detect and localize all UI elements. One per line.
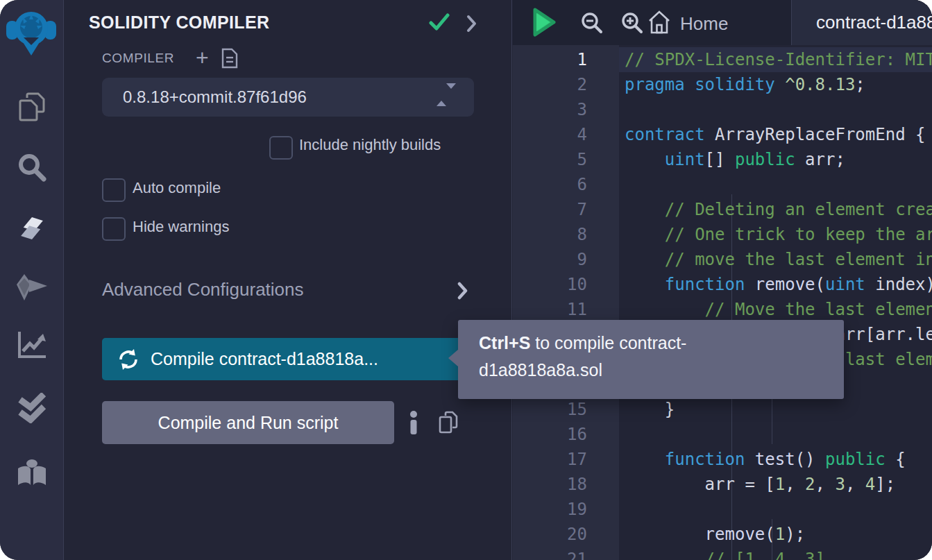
gutter-numbers: 123456789101112131415161718192021 — [513, 47, 619, 560]
info-icon[interactable] — [409, 411, 418, 437]
tooltip-line1: Ctrl+S to compile contract- — [479, 330, 844, 357]
sidebar-item-search[interactable] — [0, 149, 63, 188]
line-number: 3 — [513, 97, 619, 122]
zoom-in-icon[interactable] — [620, 11, 644, 37]
compiler-version-select[interactable]: 0.8.18+commit.87f61d96 — [102, 78, 474, 117]
code-editor: Home contract-d1a8818a8a.sol 12345678910… — [511, 0, 932, 560]
sidebar-item-solidity-compiler[interactable] — [0, 210, 63, 249]
code-lines: // SPDX-License-Identifier: MITpragma so… — [619, 47, 932, 560]
code-line: // [1, 4, 3] — [619, 547, 932, 560]
collapse-panel-chevron-icon[interactable] — [466, 15, 477, 35]
line-number: 20 — [513, 522, 619, 547]
editor-topbar: Home contract-d1a8818a8a.sol — [512, 0, 932, 45]
compile-and-run-label: Compile and Run script — [158, 413, 339, 433]
contract-tab-label: contract-d1a8818a8a.sol — [816, 12, 932, 33]
home-icon — [647, 10, 671, 37]
deploy-icon — [15, 273, 49, 305]
tooltip-arrow — [448, 349, 459, 367]
code-line: function remove(uint index) — [619, 272, 932, 297]
auto-compile-checkbox[interactable] — [102, 178, 126, 202]
line-number: 9 — [513, 247, 619, 272]
refresh-icon — [117, 348, 140, 371]
add-compiler-icon[interactable]: + — [196, 47, 209, 68]
hide-warnings-checkbox[interactable] — [102, 217, 126, 241]
advanced-chevron-icon — [457, 282, 468, 303]
code-line: uint[] public arr; — [619, 147, 932, 172]
nightly-builds-label: Include nightly builds — [299, 136, 441, 154]
code-line: // Move the last element — [619, 297, 932, 322]
code-line: } — [619, 397, 932, 422]
hide-warnings-label: Hide warnings — [133, 218, 229, 236]
book-icon — [16, 459, 48, 491]
sidebar-item-testing[interactable] — [0, 390, 63, 429]
copy-pages-icon — [17, 92, 47, 126]
document-icon[interactable] — [221, 47, 239, 72]
compile-shortcut-tooltip: Ctrl+S to compile contract- d1a8818a8a.s… — [458, 320, 844, 399]
code-line — [619, 497, 932, 522]
search-icon — [16, 151, 48, 186]
icon-sidebar — [0, 0, 64, 560]
panel-title: SOLIDITY COMPILER — [89, 12, 270, 33]
tooltip-text: to compile contract- — [530, 333, 686, 353]
nightly-builds-checkbox[interactable] — [269, 136, 293, 160]
advanced-configurations-toggle[interactable]: Advanced Configurations — [102, 279, 474, 300]
code-line: function test() public { — [619, 447, 932, 472]
remix-logo[interactable] — [6, 6, 57, 61]
code-line: pragma solidity ^0.8.13; — [619, 72, 932, 97]
line-number: 4 — [513, 122, 619, 147]
code-line: contract ArrayReplaceFromEnd { — [619, 122, 932, 147]
line-number: 5 — [513, 147, 619, 172]
code-line — [619, 172, 932, 197]
solidity-icon — [17, 213, 47, 246]
double-check-icon — [16, 393, 48, 426]
line-number: 7 — [513, 197, 619, 222]
tab-contract-file[interactable]: contract-d1a8818a8a.sol — [791, 0, 932, 45]
auto-compile-label: Auto compile — [133, 179, 221, 197]
line-number-gutter: 123456789101112131415161718192021 — [513, 45, 619, 560]
sidebar-item-file-explorer[interactable] — [0, 90, 63, 128]
code-line — [619, 422, 932, 447]
line-number: 1 — [513, 47, 619, 72]
compile-and-run-button[interactable]: Compile and Run script — [102, 401, 394, 444]
compile-success-check-icon — [429, 12, 450, 35]
tooltip-line2: d1a8818a8a.sol — [479, 357, 844, 384]
chart-icon — [17, 330, 47, 362]
advanced-configurations-label: Advanced Configurations — [102, 279, 304, 300]
code-line — [619, 97, 932, 122]
zoom-out-icon[interactable] — [580, 11, 604, 37]
tab-home[interactable]: Home — [647, 10, 728, 37]
tooltip-shortcut: Ctrl+S — [479, 333, 530, 353]
select-arrows-icon — [437, 89, 456, 101]
solidity-compiler-panel: SOLIDITY COMPILER COMPILER + 0.8.18+comm… — [64, 0, 512, 560]
code-line: // Deleting an element creat — [619, 197, 932, 222]
remix-ide-window: SOLIDITY COMPILER COMPILER + 0.8.18+comm… — [0, 0, 932, 560]
code-line: remove(1); — [619, 522, 932, 547]
sidebar-item-learneth[interactable] — [0, 455, 63, 494]
line-number: 19 — [513, 497, 619, 522]
compile-button-label: Compile contract-d1a8818a... — [151, 349, 378, 369]
code-line: // move the last element int — [619, 247, 932, 272]
line-number: 8 — [513, 222, 619, 247]
compiler-version-value: 0.8.18+commit.87f61d96 — [123, 87, 307, 107]
line-number: 2 — [513, 72, 619, 97]
line-number: 6 — [513, 172, 619, 197]
line-number: 21 — [513, 547, 619, 560]
code-area[interactable]: // SPDX-License-Identifier: MITpragma so… — [619, 45, 932, 560]
line-number: 10 — [513, 272, 619, 297]
line-number: 16 — [513, 422, 619, 447]
compile-button[interactable]: Compile contract-d1a8818a... — [102, 338, 471, 380]
code-line: // SPDX-License-Identifier: MIT — [619, 47, 932, 72]
run-script-play-button[interactable] — [532, 7, 557, 40]
code-line: arr = [1, 2, 3, 4]; — [619, 472, 932, 497]
line-number: 15 — [513, 397, 619, 422]
line-number: 18 — [513, 472, 619, 497]
compiler-section-label: COMPILER — [102, 51, 174, 66]
copy-icon[interactable] — [439, 411, 458, 437]
code-line: // One trick to keep the arr — [619, 222, 932, 247]
line-number: 17 — [513, 447, 619, 472]
sidebar-item-analysis[interactable] — [0, 327, 63, 366]
home-tab-label: Home — [680, 13, 728, 35]
sidebar-item-deploy-run[interactable] — [0, 269, 63, 308]
line-number: 11 — [513, 297, 619, 322]
